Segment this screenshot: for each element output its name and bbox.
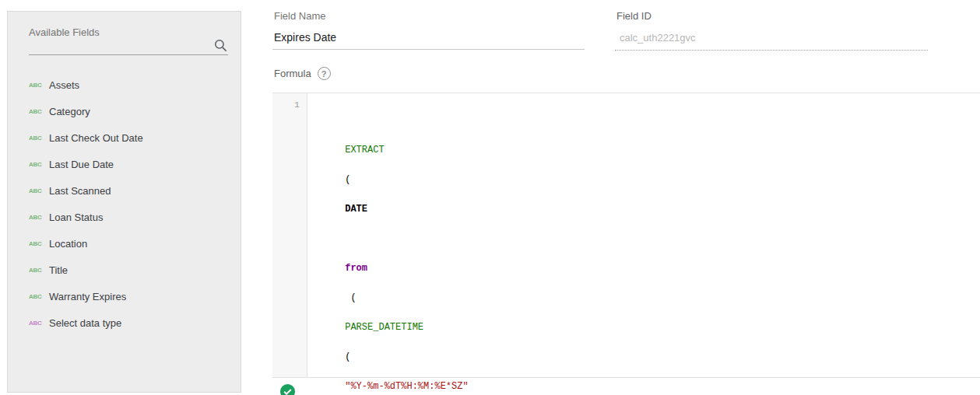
- available-fields-panel: Available Fields ABC Assets ABC Category…: [7, 11, 241, 393]
- formula-label: Formula: [274, 68, 311, 79]
- formula-token: (: [345, 174, 350, 185]
- field-item[interactable]: ABC Location: [8, 230, 241, 257]
- text-type-abc-icon: ABC: [29, 108, 49, 115]
- text-type-abc-icon: ABC: [29, 293, 49, 300]
- field-item[interactable]: ABC Loan Status: [8, 204, 241, 230]
- field-item[interactable]: ABC Title: [8, 257, 241, 283]
- line-number: 1: [272, 93, 307, 110]
- field-name-label: Field Name: [272, 10, 585, 22]
- field-name-group: Field Name: [272, 10, 585, 50]
- formula-token: "%Y-%m-%dT%H:%M:%E*SZ": [345, 381, 468, 392]
- formula-header: Formula ?: [274, 67, 331, 80]
- formula-editor[interactable]: 1 EXTRACT ( DATE from ( PARSE_DATETIME (…: [272, 93, 980, 378]
- field-item-label: Category: [49, 106, 90, 117]
- text-type-abc-icon: ABC: [29, 82, 49, 89]
- field-item-label: Location: [49, 238, 87, 250]
- formula-token: from: [345, 263, 367, 274]
- help-icon[interactable]: ?: [318, 67, 331, 80]
- formula-token: [345, 233, 350, 244]
- text-type-abc-icon: ABC: [29, 320, 49, 327]
- text-type-abc-icon: ABC: [29, 267, 49, 274]
- formula-token: PARSE_DATETIME: [345, 322, 423, 333]
- field-item[interactable]: ABC Last Due Date: [8, 151, 241, 177]
- formula-code-line: EXTRACT ( DATE from ( PARSE_DATETIME ( "…: [308, 93, 980, 395]
- field-item-label: Select data type: [49, 317, 121, 329]
- field-item-label: Last Due Date: [49, 159, 114, 170]
- text-type-abc-icon: ABC: [29, 187, 49, 194]
- text-type-abc-icon: ABC: [29, 161, 49, 168]
- text-type-abc-icon: ABC: [29, 214, 49, 221]
- field-item[interactable]: ABC Last Check Out Date: [8, 124, 241, 151]
- formula-token: EXTRACT: [345, 145, 384, 156]
- field-item[interactable]: ABC Assets: [8, 72, 241, 98]
- field-id-label: Field ID: [615, 10, 928, 22]
- field-item-label: Assets: [49, 79, 79, 91]
- field-item[interactable]: ABC Select data type: [8, 309, 241, 336]
- field-item-label: Warranty Expires: [49, 291, 126, 302]
- formula-token: (: [345, 351, 350, 362]
- field-item[interactable]: ABC Warranty Expires: [8, 283, 241, 309]
- field-item[interactable]: ABC Category: [8, 98, 241, 124]
- available-fields-title: Available Fields: [29, 26, 100, 38]
- field-item-label: Last Scanned: [49, 185, 111, 197]
- field-name-input[interactable]: [272, 22, 585, 50]
- text-type-abc-icon: ABC: [29, 135, 49, 142]
- field-search-input[interactable]: [29, 38, 208, 54]
- formula-token: (: [345, 292, 356, 303]
- field-id-value: calc_uth2221gvc: [615, 22, 928, 51]
- field-item-label: Last Check Out Date: [49, 132, 143, 144]
- search-icon[interactable]: [213, 38, 228, 53]
- field-id-group: Field ID calc_uth2221gvc: [615, 10, 928, 51]
- field-list: ABC Assets ABC Category ABC Last Check O…: [8, 72, 241, 336]
- editor-gutter: 1: [272, 93, 307, 377]
- formula-token: DATE: [345, 204, 367, 215]
- field-search-box: [29, 38, 228, 55]
- field-item-label: Loan Status: [49, 211, 103, 223]
- field-item[interactable]: ABC Last Scanned: [8, 177, 241, 204]
- formula-valid-check-icon: [280, 384, 295, 395]
- field-item-label: Title: [49, 264, 68, 276]
- text-type-abc-icon: ABC: [29, 240, 49, 247]
